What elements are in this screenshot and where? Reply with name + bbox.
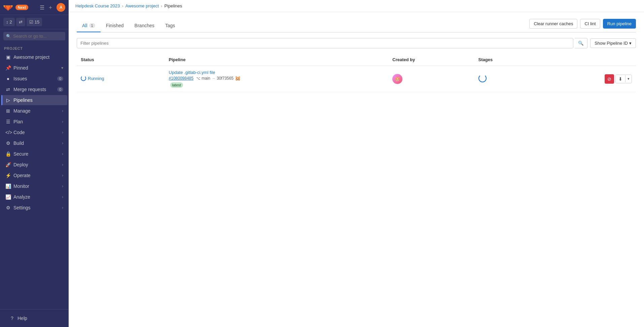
operate-label: Operate [13,173,31,178]
breadcrumb: Helpdesk Course 2023 › Awesome project ›… [69,0,644,12]
download-dropdown-button[interactable]: ▾ [625,75,632,82]
sidebar-item-build[interactable]: ⚙ Build › [1,138,67,148]
stage-spinner-icon [478,74,487,82]
sidebar-item-deploy[interactable]: 🚀 Deploy › [1,160,67,170]
pipeline-badge-row: latest [169,82,385,88]
sidebar-item-secure[interactable]: 🔒 Secure › [1,149,67,159]
monitor-chevron-icon: › [62,184,63,189]
filter-bar: 🔍 Show Pipeline ID ▾ [77,38,636,48]
pinned-chevron-icon: ▾ [61,66,63,70]
new-item-icon[interactable]: ＋ [48,4,53,11]
build-icon: ⚙ [5,140,11,146]
analyze-label: Analyze [13,194,30,200]
project-icon: ▣ [5,54,11,60]
filter-search-button[interactable]: 🔍 [575,38,587,48]
tabs-actions: Clear runner caches CI lint Run pipeline [529,19,636,32]
sidebar-item-plan[interactable]: ☰ Plan › [1,117,67,127]
sidebar-item-monitor[interactable]: 📊 Monitor › [1,181,67,191]
todos-count: 15 [35,19,39,25]
run-pipeline-button[interactable]: Run pipeline [603,19,636,29]
code-chevron-icon: › [62,130,63,135]
project-section-label: Project [0,43,69,52]
deploy-icon: 🚀 [5,162,11,167]
user-avatar[interactable]: A [57,3,65,12]
project-name-label: Awesome project [13,54,49,60]
col-status: Status [77,54,165,66]
gitlab-logo[interactable] [3,3,13,12]
search-icon: 🔍 [6,34,11,39]
download-artifacts-button: ⬇ ▾ [615,75,632,83]
deploy-label: Deploy [13,162,28,167]
breadcrumb-sep-2: › [161,3,162,8]
show-pipeline-chevron-icon: ▾ [629,41,632,46]
tab-tags-label: Tags [165,23,175,28]
plan-chevron-icon: › [62,119,63,124]
commit-hash: 30f73565 [217,76,234,81]
search-box[interactable]: 🔍 [3,32,65,40]
running-status: Running [81,76,104,81]
secure-chevron-icon: › [62,152,63,156]
sidebar-item-merge-requests[interactable]: ⇄ Merge requests 0 [1,84,67,94]
breadcrumb-sep-1: › [122,3,123,8]
cancel-pipeline-button[interactable]: ⊘ [605,74,614,84]
tab-finished[interactable]: Finished [101,19,129,32]
download-button[interactable]: ⬇ [616,75,625,83]
sidebar-item-manage[interactable]: ⊞ Manage › [1,106,67,116]
settings-chevron-icon: › [62,205,63,210]
pipeline-id-link[interactable]: #1080098485 [169,76,193,81]
sidebar-item-settings[interactable]: ⚙ Settings › [1,203,67,213]
build-label: Build [13,140,24,146]
pipeline-status-cell: Running [77,66,165,92]
sidebar-item-pinned[interactable]: 📌 Pinned ▾ [1,63,67,73]
sidebar-item-issues[interactable]: ● Issues 0 [1,74,67,84]
issues-counter-button[interactable]: ⇄ [16,18,25,26]
main-content: Helpdesk Course 2023 › Awesome project ›… [69,0,644,327]
table-body: Running Update .gitlab-ci.yml file #1080… [77,66,636,92]
tab-tags[interactable]: Tags [160,19,181,32]
sidebar-item-pipelines[interactable]: ▷ Pipelines [1,95,67,105]
issues-label: Issues [13,76,27,81]
pinned-label: Pinned [13,65,28,71]
running-spinner-icon [81,76,86,81]
plan-icon: ☰ [5,119,11,124]
cancel-icon: ⊘ [607,76,611,82]
branch-name: main [202,76,210,81]
creator-avatar: 🐹 [392,74,402,84]
analyze-chevron-icon: › [62,195,63,199]
sidebar-item-project[interactable]: ▣ Awesome project [1,52,67,62]
sidebar-counters: ↕ 2 ⇄ ☑ 15 [0,15,69,29]
todos-icon: ☑ [29,19,33,25]
sidebar: Next ☰ ＋ A ↕ 2 ⇄ ☑ 15 🔍 Project ▣ Awesom… [0,0,69,327]
show-pipeline-id-button[interactable]: Show Pipeline ID ▾ [590,38,636,48]
pipeline-meta-row: #1080098485 ⌥ main → 30f73565 🐹 [169,76,385,81]
tab-branches[interactable]: Branches [129,19,160,32]
sidebar-item-help[interactable]: ? Help [5,313,63,323]
ci-lint-button[interactable]: CI lint [580,19,600,29]
commit-author-avatar: 🐹 [235,76,241,81]
branch-ref: ⌥ main [196,76,210,81]
col-stages: Stages [474,54,537,66]
todos-counter-button[interactable]: ☑ 15 [27,18,42,26]
pipeline-title-link[interactable]: Update .gitlab-ci.yml file [169,70,215,75]
search-input[interactable] [13,34,63,39]
help-label: Help [17,316,27,321]
sidebar-item-operate[interactable]: ⚡ Operate › [1,170,67,180]
download-icon: ⬇ [618,76,622,82]
tab-all[interactable]: All 1 [77,19,101,32]
tab-all-count: 1 [89,23,95,28]
pipelines-label: Pipelines [13,97,33,103]
code-label: Code [13,130,25,135]
sidebar-toggle-icon[interactable]: ☰ [40,4,44,11]
tab-all-label: All [82,23,87,28]
clear-runner-caches-button[interactable]: Clear runner caches [529,19,577,29]
row-actions: ⊘ ⬇ ▾ [541,74,632,84]
filter-pipelines-input[interactable] [77,38,573,48]
breadcrumb-item-course[interactable]: Helpdesk Course 2023 [75,3,120,8]
settings-label: Settings [13,205,31,210]
breadcrumb-item-project[interactable]: Awesome project [126,3,159,8]
sidebar-item-analyze[interactable]: 📈 Analyze › [1,192,67,202]
content-area: All 1 Finished Branches Tags Clear runne… [69,12,644,327]
sidebar-header: Next ☰ ＋ A [0,0,69,15]
sidebar-item-code[interactable]: </> Code › [1,127,67,137]
mr-counter-button[interactable]: ↕ 2 [3,18,15,26]
